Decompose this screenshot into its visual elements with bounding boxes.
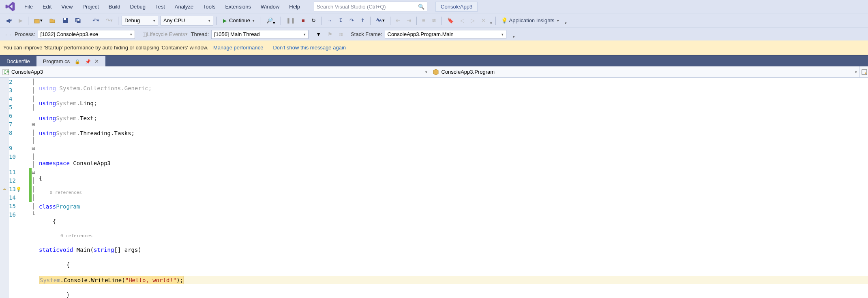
open-file-button[interactable] xyxy=(47,16,58,26)
code-content[interactable]: using System.Collections.Generic; using … xyxy=(39,78,868,298)
menu-help[interactable]: Help xyxy=(284,1,305,12)
close-icon[interactable]: ✕ xyxy=(94,58,99,64)
breakpoint-gutter[interactable]: ➔ xyxy=(0,78,9,298)
nav-project-dropdown[interactable]: C# ConsoleApp3 ▾ xyxy=(0,66,430,77)
restart-button[interactable]: ↻ xyxy=(309,16,318,25)
performance-banner: You can improve 'Startup' performance by… xyxy=(0,40,868,55)
csharp-project-icon: C# xyxy=(2,69,9,75)
main-toolbar: ◀▾ ▶ ▾ ↶▾ ↷▾ Debug▾ Any CPU▾ ▶ Continue … xyxy=(0,13,868,28)
stack-frame-dropdown[interactable]: ConsoleApp3.Program.Main▾ xyxy=(385,30,506,39)
debug-toolbar: ⋮⋮ Process: [1032] ConsoleApp3.exe▾ ◫ Li… xyxy=(0,28,868,40)
platform-value: Any CPU xyxy=(163,17,185,23)
code-line[interactable]: class Program xyxy=(39,202,868,211)
grip-icon[interactable]: ⋮⋮ xyxy=(4,32,12,36)
separator xyxy=(281,17,281,25)
menu-build[interactable]: Build xyxy=(104,1,125,12)
stop-button[interactable]: ■ xyxy=(299,16,307,25)
code-line[interactable]: { xyxy=(39,217,868,226)
code-line[interactable]: using System.Collections.Generic; xyxy=(39,84,868,93)
code-line[interactable] xyxy=(39,144,868,153)
codelens-indicator[interactable]: 0 references xyxy=(39,189,868,196)
clear-bookmark-button: ✕ xyxy=(479,16,488,25)
thread-dropdown[interactable]: [1056] Main Thread▾ xyxy=(211,30,309,39)
code-line[interactable]: using System.Threading.Tasks; xyxy=(39,129,868,138)
nav-back-button[interactable]: ◀▾ xyxy=(3,16,15,25)
separator xyxy=(370,17,371,25)
nav-type-dropdown[interactable]: ConsoleApp3.Program ▾ xyxy=(430,66,860,77)
menu-view[interactable]: View xyxy=(56,1,77,12)
bookmark-button[interactable]: 🔖 xyxy=(445,16,456,25)
intellitrace-button[interactable]: ▾ xyxy=(373,16,387,26)
indent-more-button: ⇥ xyxy=(404,16,414,25)
menu-test[interactable]: Test xyxy=(150,1,170,12)
menu-tools[interactable]: Tools xyxy=(198,1,220,12)
separator xyxy=(390,17,390,25)
dont-show-again-link[interactable]: Don't show this message again xyxy=(273,45,346,51)
svg-text:C#: C# xyxy=(4,70,9,74)
save-button[interactable] xyxy=(60,16,71,26)
lifecycle-events-button[interactable]: ◫ Lifecycle Events ▾ xyxy=(140,30,190,39)
show-next-statement-button[interactable]: → xyxy=(324,16,334,25)
comment-button: ≡ xyxy=(420,16,428,25)
class-icon xyxy=(433,69,439,75)
pin-icon[interactable]: 📌 xyxy=(85,59,91,64)
overflow-menu-2[interactable]: ▾ xyxy=(565,21,567,25)
app-insights-button[interactable]: 💡 Application Insights ▾ xyxy=(499,16,562,25)
codelens-indicator[interactable]: 0 references xyxy=(39,232,868,239)
code-line[interactable]: } xyxy=(39,291,868,298)
lifecycle-label: Lifecycle Events xyxy=(147,31,185,37)
code-line[interactable]: static void Main(string[] args) xyxy=(39,246,868,254)
lightbulb-icon: 💡 xyxy=(501,17,508,23)
app-insights-label: Application Insights xyxy=(509,17,555,23)
tab-dockerfile[interactable]: Dockerfile xyxy=(0,56,36,66)
thread-label: Thread: xyxy=(191,31,209,37)
nav-project-value: ConsoleApp3 xyxy=(11,69,43,75)
menu-project[interactable]: Project xyxy=(77,1,103,12)
nav-split-button[interactable] xyxy=(860,66,868,77)
code-line[interactable]: { xyxy=(39,174,868,183)
undo-button[interactable]: ↶▾ xyxy=(90,16,102,25)
svg-rect-5 xyxy=(77,19,79,21)
process-dropdown[interactable]: [1032] ConsoleApp3.exe▾ xyxy=(38,30,135,39)
menu-window[interactable]: Window xyxy=(256,1,284,12)
save-all-button[interactable] xyxy=(73,16,84,26)
overflow-menu[interactable]: ▾ xyxy=(490,21,492,25)
menu-file[interactable]: File xyxy=(19,1,38,12)
menu-analyze[interactable]: Analyze xyxy=(170,1,198,12)
code-line[interactable]: namespace ConsoleApp3 xyxy=(39,159,868,168)
menu-edit[interactable]: Edit xyxy=(38,1,56,12)
search-placeholder: Search Visual Studio (Ctrl+Q) xyxy=(317,4,418,10)
prev-bookmark-button: ◁ xyxy=(458,16,467,25)
process-value: [1032] ConsoleApp3.exe xyxy=(41,31,98,37)
code-line[interactable]: using System.Text; xyxy=(39,114,868,123)
redo-button: ↷▾ xyxy=(103,16,115,25)
filter-icon[interactable]: ▼ xyxy=(313,30,324,39)
menubar: File Edit View Project Build Debug Test … xyxy=(0,0,868,13)
svg-rect-2 xyxy=(64,18,66,20)
tab-program-cs[interactable]: Program.cs 🔒 📌 ✕ xyxy=(36,56,105,66)
step-out-button[interactable]: ↥ xyxy=(358,16,367,25)
solution-name[interactable]: ConsoleApp3 xyxy=(435,2,478,12)
code-line[interactable]: using System.Linq; xyxy=(39,99,868,108)
pause-button[interactable]: ❚❚ xyxy=(284,16,298,25)
step-into-button[interactable]: ↧ xyxy=(336,16,345,25)
code-line[interactable]: { xyxy=(39,261,868,269)
next-bookmark-button: ▷ xyxy=(468,16,477,25)
menu-extensions[interactable]: Extensions xyxy=(220,1,256,12)
solution-platform-dropdown[interactable]: Any CPU▾ xyxy=(161,16,213,26)
new-project-button[interactable]: ▾ xyxy=(31,16,45,26)
suggestion-lightbulb-icon[interactable]: 💡 xyxy=(16,185,21,194)
current-statement-arrow-icon: ➔ xyxy=(3,185,6,194)
quick-launch-search[interactable]: Search Visual Studio (Ctrl+Q) 🔍 xyxy=(314,2,427,11)
menu-debug[interactable]: Debug xyxy=(125,1,150,12)
manage-performance-link[interactable]: Manage performance xyxy=(213,45,264,51)
outlining-gutter[interactable]: ││││ ⊟│ │ ⊟│ │ ⊟│ │ ││└ xyxy=(32,78,39,298)
find-button[interactable]: 🔎▾ xyxy=(264,16,278,25)
solution-config-dropdown[interactable]: Debug▾ xyxy=(122,16,158,26)
overflow-menu-3[interactable]: ▾ xyxy=(513,35,515,39)
step-over-button[interactable]: ↷ xyxy=(347,16,356,25)
code-editor[interactable]: ➔ 23456 78 910 1112 13 💡 141516 ││││ ⊟│ … xyxy=(0,78,868,298)
line-number-gutter: 23456 78 910 1112 13 💡 141516 xyxy=(9,78,29,298)
continue-button[interactable]: ▶ Continue ▾ xyxy=(220,17,258,23)
code-line-current[interactable]: System.Console.WriteLine("Hello, world!"… xyxy=(39,276,868,284)
